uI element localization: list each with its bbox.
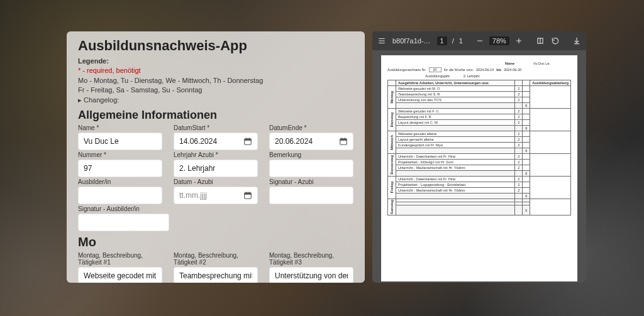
- lehrjahr-label: Lehrjahr Azubi *: [174, 151, 258, 158]
- pdf-year-label: Ausbildungsjahr:: [425, 74, 451, 78]
- mo-t2-label: Montag, Beschreibung, Tätigkeit #2: [174, 252, 258, 266]
- pdf-week-to: 2024-06-20: [504, 68, 521, 72]
- pdf-year-value: 2. Lehrjahr: [464, 74, 501, 78]
- svg-rect-9: [245, 193, 252, 195]
- pdf-toolbar: b80f7a1d-… 1 / 1 78%: [372, 31, 586, 50]
- svg-rect-1: [245, 139, 252, 141]
- pdf-filename: b80f7a1d-…: [392, 37, 431, 45]
- pdf-table: Ausgeführte Arbeiten, Unterricht, Unterw…: [387, 80, 571, 215]
- datestart-input[interactable]: 14.06.2024: [174, 133, 258, 150]
- ausbilder-input[interactable]: [78, 187, 162, 204]
- pdf-col-dept: Ausbildungsabteilung: [530, 80, 571, 86]
- name-input[interactable]: [78, 133, 162, 150]
- name-label: Name *: [78, 124, 162, 131]
- ausbilder-label: Ausbilder/in: [78, 178, 162, 185]
- pdf-week-label: für die Woche vom:: [444, 68, 474, 72]
- fit-page-icon[interactable]: [536, 36, 545, 45]
- pdf-viewer: b80f7a1d-… 1 / 1 78% Name Vu Duc Le: [372, 31, 586, 283]
- mo-t3-label: Montag, Beschreibung, Tätigkeit #3: [269, 252, 353, 266]
- signatur-azubi-label: Signatur - Azubi: [269, 178, 353, 185]
- page-current[interactable]: 1: [437, 36, 447, 45]
- datestart-label: DatumStart *: [174, 124, 258, 131]
- calendar-icon: [243, 137, 252, 146]
- calendar-icon: [243, 191, 252, 200]
- menu-icon[interactable]: [377, 36, 386, 45]
- legend: Legende: * - required, benötigt Mo - Mon…: [78, 57, 353, 105]
- form-panel: Ausbildunsnachweis-App Legende: * - requ…: [67, 31, 365, 283]
- table-row: DienstagWebseite gecodet mit F. O.2: [388, 109, 571, 114]
- app-title: Ausbildunsnachweis-App: [78, 38, 353, 54]
- bemerkung-input[interactable]: [269, 160, 353, 177]
- datestart-value: 14.06.2024: [179, 137, 217, 146]
- datum-azubi-label: Datum - Azubi: [174, 178, 258, 185]
- mo-t1-label: Montag, Beschreibung, Tätigkeit #1: [78, 252, 162, 266]
- pdf-name-value: Vu Duc Le: [533, 62, 571, 65]
- calendar-icon: [339, 137, 348, 146]
- page-total: 1: [459, 37, 463, 45]
- dateend-label: DatumEnde *: [269, 124, 353, 131]
- datum-azubi-value: tt.mm.jjjj: [179, 191, 207, 200]
- table-row: FreitagUnterricht - Datenbanken mit Fr. …: [388, 177, 571, 182]
- signatur-ausbilder-label: Signatur - Ausbilder/in: [78, 205, 169, 212]
- pdf-nr-label: Ausbildungsnachweis Nr:: [387, 68, 426, 72]
- legend-days-1: Mo - Montag, Tu - Dienstag, We - Mittwoc…: [78, 77, 263, 84]
- legend-required: * - required, benötigt: [78, 67, 141, 74]
- mo-t3-input[interactable]: [269, 267, 353, 283]
- legend-days-2: Fr - Freitag, Sa - Samstag, Su - Sonntag: [78, 86, 202, 94]
- section-general-heading: Allgemeine Informationen: [78, 109, 353, 122]
- pdf-page: Name Vu Duc Le Ausbildungsnachweis Nr: 9…: [381, 55, 577, 281]
- svg-rect-5: [340, 139, 347, 141]
- mo-t1-input[interactable]: [78, 267, 162, 283]
- dateend-input[interactable]: 20.06.2024: [269, 133, 353, 150]
- pdf-col-activities: Ausgeführte Arbeiten, Unterricht, Unterw…: [396, 80, 515, 86]
- dateend-value: 20.06.2024: [275, 137, 313, 146]
- zoom-in-icon[interactable]: [514, 36, 523, 45]
- signatur-azubi-input[interactable]: [269, 187, 353, 204]
- table-row: MontagWebseite gecodet mit M. O.2: [388, 86, 571, 92]
- table-row: DonnerstagUnterricht - Datenbanken mit F…: [388, 154, 571, 160]
- pdf-body[interactable]: Name Vu Duc Le Ausbildungsnachweis Nr: 9…: [372, 50, 586, 283]
- datum-azubi-input[interactable]: tt.mm.jjjj: [174, 187, 258, 204]
- changelog-toggle[interactable]: ▸ Changelog:: [78, 96, 119, 104]
- page-sep: /: [452, 37, 454, 45]
- legend-label: Legende:: [78, 57, 109, 65]
- bemerkung-label: Bemerkung: [269, 151, 353, 158]
- zoom-level[interactable]: 78%: [489, 36, 509, 45]
- mo-t2-input[interactable]: [174, 267, 258, 283]
- pdf-nr-value: 97: [429, 67, 441, 72]
- lehrjahr-input[interactable]: [174, 160, 258, 177]
- number-input[interactable]: [78, 160, 162, 177]
- rotate-icon[interactable]: [551, 36, 560, 45]
- pdf-name-label: Name: [505, 62, 514, 65]
- signatur-ausbilder-input[interactable]: [78, 214, 169, 231]
- pdf-week-from: 2024-06-14: [476, 68, 494, 72]
- number-label: Nummer *: [78, 151, 162, 158]
- zoom-out-icon[interactable]: [475, 36, 484, 45]
- download-icon[interactable]: [572, 36, 581, 45]
- pdf-week-to-label: bis: [496, 68, 501, 72]
- section-mo-heading: Mo: [78, 235, 353, 249]
- table-row: MittwochWebseite gecodet alleine2: [388, 131, 571, 137]
